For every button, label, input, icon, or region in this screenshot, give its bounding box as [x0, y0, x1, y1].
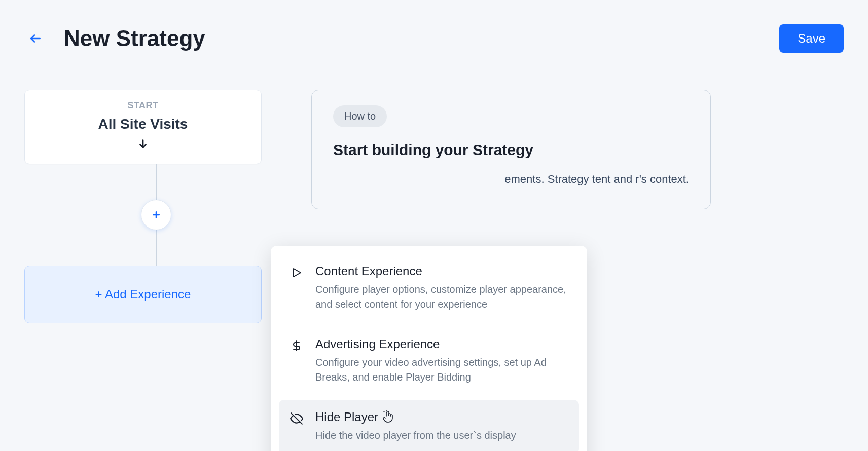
page-title: New Strategy [64, 26, 779, 51]
dropdown-item-content-experience[interactable]: Content Experience Configure player opti… [279, 254, 579, 323]
svg-line-9 [388, 411, 389, 412]
save-button[interactable]: Save [779, 24, 844, 53]
experience-type-dropdown: Content Experience Configure player opti… [271, 246, 587, 451]
add-experience-button[interactable]: + Add Experience [24, 266, 262, 323]
header: New Strategy Save [0, 0, 868, 71]
howto-body: ements. Strategy tent and r's context. [333, 170, 689, 189]
strategy-canvas: START All Site Visits + Add Experience [24, 90, 288, 323]
howto-panel: How to Start building your Strategy emen… [311, 90, 711, 209]
start-node[interactable]: START All Site Visits [24, 90, 262, 164]
dropdown-item-desc: Hide the video player from the user`s di… [315, 428, 569, 443]
plus-icon [151, 210, 161, 220]
eye-off-icon [289, 411, 304, 426]
add-node-button[interactable] [141, 200, 171, 230]
connector-line [156, 164, 157, 266]
dropdown-item-hide-player[interactable]: Hide Player Hide the video player from t… [279, 400, 579, 451]
cursor-pointer-icon [382, 410, 394, 424]
howto-title: Start building your Strategy [333, 141, 689, 159]
start-label: START [40, 100, 246, 111]
howto-badge: How to [333, 105, 387, 127]
svg-line-8 [384, 411, 384, 412]
dropdown-item-advertising-experience[interactable]: Advertising Experience Configure your vi… [279, 327, 579, 396]
arrow-down-icon [137, 138, 149, 149]
dropdown-item-title: Advertising Experience [315, 337, 569, 351]
arrow-left-icon [29, 32, 42, 45]
dropdown-item-title: Hide Player [315, 410, 569, 424]
dropdown-item-desc: Configure player options, customize play… [315, 282, 569, 312]
back-arrow-button[interactable] [28, 31, 43, 46]
play-icon [289, 265, 304, 280]
start-title: All Site Visits [40, 116, 246, 132]
dropdown-item-desc: Configure your video advertising setting… [315, 355, 569, 385]
dollar-icon [289, 338, 304, 353]
dropdown-item-title: Content Experience [315, 264, 569, 278]
main-content: START All Site Visits + Add Experience H… [0, 71, 868, 342]
svg-marker-4 [294, 269, 301, 277]
